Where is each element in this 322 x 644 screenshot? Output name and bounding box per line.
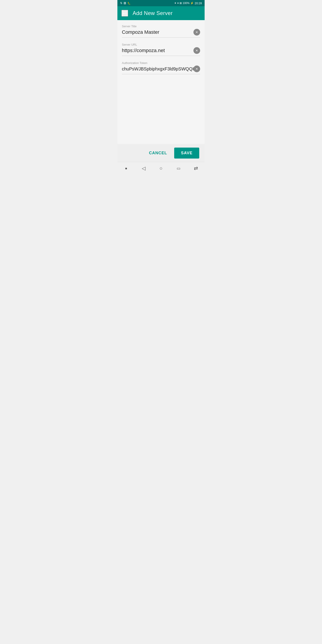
bug-icon: 🐛 — [128, 2, 130, 5]
app-bar: ← Add New Server — [118, 6, 204, 20]
nav-square-icon — [125, 166, 127, 170]
server-url-clear-button[interactable] — [194, 47, 200, 54]
battery-icon: ⚡ — [190, 2, 194, 5]
nav-back-button[interactable] — [138, 164, 149, 173]
nosim-icon: ⊠ — [180, 2, 182, 5]
nav-recents-button[interactable] — [173, 164, 184, 173]
server-url-row — [122, 47, 200, 56]
form-content: Server Title Server URL Authorization To… — [118, 20, 204, 144]
back-arrow-icon: ← — [122, 10, 128, 16]
nav-screen-button[interactable] — [190, 164, 202, 173]
server-url-input[interactable] — [122, 48, 194, 54]
clock: 20:28 — [194, 2, 202, 5]
server-title-input[interactable] — [122, 29, 194, 35]
status-bar: ⇅ 🖼 🐛 ✦ ▾ ⊠ 100% ⚡ 20:28 — [118, 0, 204, 6]
cancel-button[interactable]: CANCEL — [144, 148, 172, 158]
image-icon: 🖼 — [124, 2, 126, 4]
status-bar-right: ✦ ▾ ⊠ 100% ⚡ 20:28 — [174, 2, 202, 5]
nav-back-icon — [142, 166, 146, 171]
server-title-label: Server Title — [122, 24, 200, 28]
back-button[interactable]: ← — [122, 10, 128, 16]
usb-icon: ⇅ — [120, 2, 122, 5]
action-bar: CANCEL SAVE — [118, 144, 204, 162]
nav-bar — [118, 162, 204, 174]
wifi-icon: ▾ — [177, 2, 179, 5]
page-title: Add New Server — [132, 10, 173, 16]
nav-screen-icon — [194, 166, 198, 171]
server-url-group: Server URL — [122, 43, 200, 60]
nav-recents-icon — [177, 166, 180, 171]
auth-token-group: Authorization Token — [122, 61, 200, 78]
auth-token-input[interactable] — [122, 66, 194, 72]
nav-home-button[interactable] — [156, 164, 166, 173]
auth-token-label: Authorization Token — [122, 61, 200, 64]
server-title-clear-button[interactable] — [194, 29, 200, 36]
bluetooth-icon: ✦ — [174, 2, 176, 5]
nav-home-icon — [160, 166, 162, 171]
server-title-group: Server Title — [122, 24, 200, 41]
server-url-label: Server URL — [122, 43, 200, 46]
status-bar-left: ⇅ 🖼 🐛 — [120, 2, 130, 5]
auth-token-row — [122, 66, 200, 74]
battery-text: 100% — [183, 2, 190, 5]
auth-token-clear-button[interactable] — [194, 66, 200, 72]
server-title-row — [122, 29, 200, 38]
nav-square-button[interactable] — [120, 164, 132, 173]
save-button[interactable]: SAVE — [174, 148, 199, 158]
